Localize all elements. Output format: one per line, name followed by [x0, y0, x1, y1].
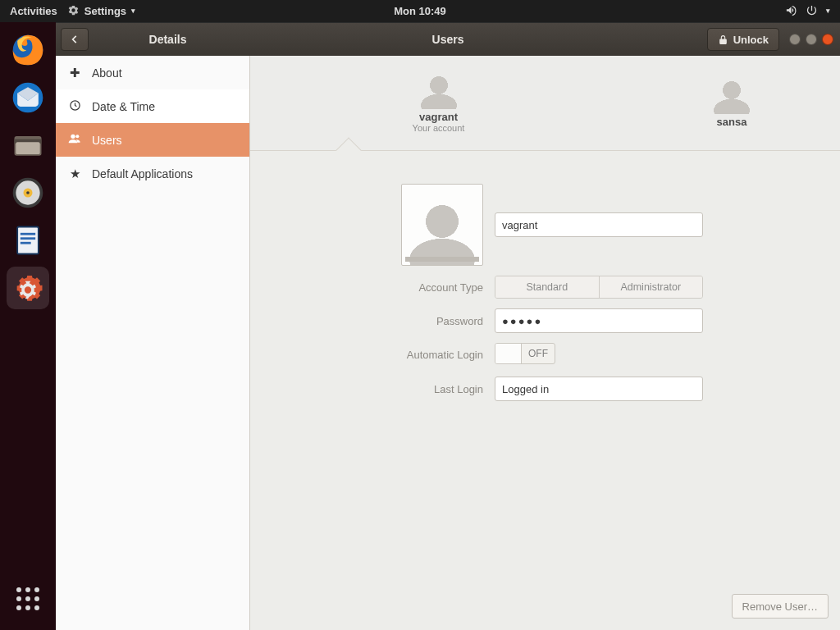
user-chip-name: sansa — [714, 116, 750, 128]
user-details: Account Type Standard Administrator Pass… — [250, 151, 840, 630]
app-menu-label: Settings — [84, 5, 126, 17]
unlock-label: Unlock — [733, 34, 769, 46]
sidebar-item-label: About — [92, 66, 122, 80]
sidebar-item-label: Default Applications — [92, 167, 193, 180]
avatar-button[interactable] — [401, 184, 483, 266]
power-icon — [806, 4, 818, 19]
launcher-dock — [0, 22, 56, 630]
svg-rect-11 — [21, 233, 35, 235]
dock-app-firefox[interactable] — [7, 29, 49, 71]
svg-point-16 — [75, 135, 79, 138]
window-maximize-button[interactable] — [806, 34, 817, 45]
settings-window: Details Users Unlock ✚ About Date & Time — [56, 22, 840, 630]
svg-rect-9 — [17, 227, 39, 254]
dock-app-files[interactable] — [7, 124, 49, 167]
back-button[interactable] — [61, 28, 89, 51]
chevron-left-icon — [69, 34, 80, 45]
chevron-down-icon: ▾ — [131, 7, 135, 15]
avatar-placeholder-icon — [406, 201, 478, 265]
label-auto-login: Automatic Login — [250, 349, 483, 361]
headerbar-title-left: Details — [89, 33, 247, 46]
lock-icon — [718, 34, 728, 45]
unlock-button[interactable]: Unlock — [707, 28, 779, 51]
password-field[interactable]: ●●●●● — [495, 308, 703, 333]
label-account-type: Account Type — [250, 281, 483, 294]
svg-rect-13 — [21, 242, 31, 244]
label-password: Password — [250, 315, 483, 327]
volume-icon — [785, 4, 797, 19]
sidebar-item-about[interactable]: ✚ About — [56, 56, 249, 89]
gnome-topbar: Activities Settings ▾ Mon 10:49 ▾ — [0, 0, 840, 22]
dock-app-libreoffice-writer[interactable] — [7, 219, 49, 262]
window-minimize-button[interactable] — [789, 34, 801, 45]
users-icon — [67, 132, 82, 148]
app-menu[interactable]: Settings ▾ — [67, 4, 135, 19]
sidebar-item-label: Users — [92, 134, 122, 147]
clock[interactable]: Mon 10:49 — [394, 5, 446, 17]
user-chip-subtitle: Your account — [413, 123, 465, 133]
last-login-field[interactable]: Logged in — [495, 377, 703, 401]
sidebar-item-default-apps[interactable]: ★ Default Applications — [56, 157, 249, 190]
avatar-placeholder-icon — [714, 78, 750, 114]
system-tray[interactable]: ▾ — [785, 4, 840, 19]
sidebar-item-label: Date & Time — [92, 100, 155, 113]
svg-point-15 — [71, 135, 75, 139]
dock-app-rhythmbox[interactable] — [7, 171, 49, 214]
headerbar: Details Users Unlock — [56, 23, 840, 56]
svg-point-8 — [26, 191, 30, 194]
user-chip-name: vagrant — [413, 111, 465, 123]
label-last-login: Last Login — [250, 383, 483, 395]
dock-app-settings[interactable] — [7, 267, 49, 309]
chevron-down-icon: ▾ — [826, 7, 830, 15]
automatic-login-toggle: OFF — [495, 343, 555, 364]
account-type-administrator: Administrator — [599, 276, 703, 298]
toggle-state: OFF — [522, 348, 555, 359]
activities-button[interactable]: Activities — [0, 5, 67, 17]
svg-rect-4 — [16, 142, 39, 154]
window-controls — [789, 34, 833, 45]
remove-user-button: Remove User… — [732, 594, 829, 619]
user-chip-sansa[interactable]: sansa — [714, 78, 750, 128]
clock-icon — [67, 99, 82, 114]
sidebar-item-datetime[interactable]: Date & Time — [56, 89, 249, 123]
window-close-button[interactable] — [822, 34, 833, 45]
gear-icon — [67, 4, 80, 19]
headerbar-title-right: Users — [432, 33, 464, 46]
sidebar-item-users[interactable]: Users — [56, 123, 249, 157]
plus-icon: ✚ — [67, 66, 82, 80]
settings-sidebar: ✚ About Date & Time Users ★ Default Appl… — [56, 56, 250, 630]
user-chip-vagrant[interactable]: vagrant Your account — [413, 73, 465, 133]
account-type-segmented: Standard Administrator — [495, 276, 703, 299]
toggle-knob — [495, 344, 522, 363]
show-applications-button[interactable] — [7, 578, 49, 620]
users-panel: vagrant Your account sansa Account Type — [250, 56, 840, 630]
account-type-standard: Standard — [495, 276, 599, 298]
svg-rect-12 — [21, 237, 35, 240]
username-input[interactable] — [495, 212, 703, 237]
avatar-placeholder-icon — [421, 73, 457, 109]
star-icon: ★ — [67, 167, 82, 181]
user-accounts-strip: vagrant Your account sansa — [250, 56, 840, 151]
dock-app-thunderbird[interactable] — [7, 76, 49, 119]
